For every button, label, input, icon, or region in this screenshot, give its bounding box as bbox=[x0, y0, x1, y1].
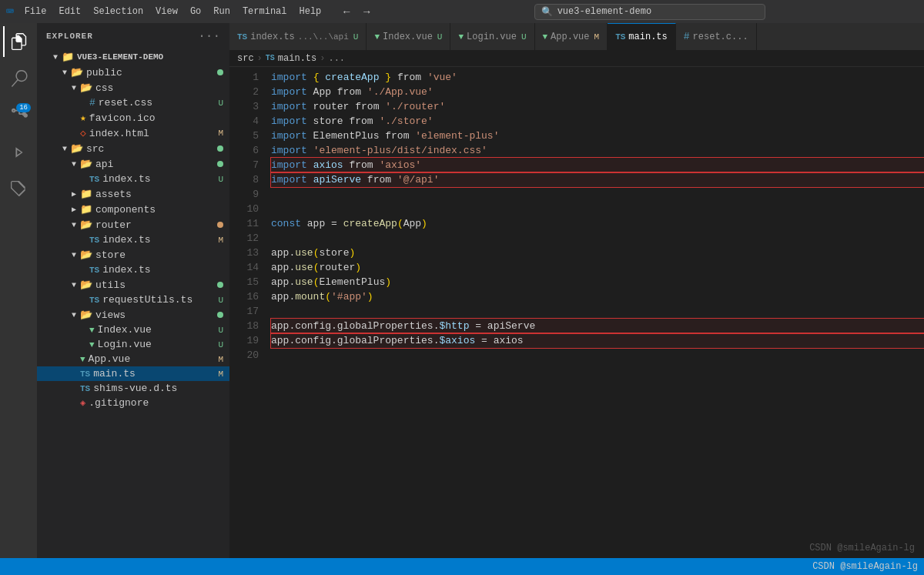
activity-source-control[interactable]: 16 bbox=[3, 100, 34, 131]
tab-ts-icon-active: TS bbox=[615, 32, 625, 42]
sidebar-item-favicon[interactable]: ★ favicon.ico bbox=[37, 110, 229, 125]
code-content: import { createApp } from 'vue' import A… bbox=[268, 67, 924, 558]
store-folder-icon: 📂 bbox=[80, 249, 92, 261]
search-icon: 🔍 bbox=[541, 6, 553, 18]
css-folder-icon: 📂 bbox=[80, 82, 92, 94]
views-arrow: ▼ bbox=[68, 311, 80, 319]
tab-vue-icon-3: ▼ bbox=[458, 32, 464, 42]
tab-index-ts-api[interactable]: TS index.ts ...\..\api U bbox=[229, 23, 367, 50]
app-vue-badge: M bbox=[218, 355, 223, 364]
breadcrumb-sep2: › bbox=[320, 53, 325, 64]
css-arrow: ▼ bbox=[68, 84, 80, 92]
activity-extensions[interactable] bbox=[3, 174, 34, 205]
sidebar-item-api[interactable]: ▼ 📂 api bbox=[37, 156, 229, 172]
menu-file[interactable]: File bbox=[20, 5, 52, 18]
tab-vue-icon-4: ▼ bbox=[543, 32, 548, 42]
sidebar-item-store[interactable]: ▼ 📂 store bbox=[37, 247, 229, 262]
code-line-6: import 'element-plus/dist/index.css' bbox=[271, 143, 924, 158]
api-arrow: ▼ bbox=[68, 160, 80, 169]
sidebar-item-main-ts[interactable]: TS main.ts M bbox=[37, 366, 229, 381]
sidebar-more-button[interactable]: ··· bbox=[198, 29, 220, 43]
tab-label-1: index.ts bbox=[250, 32, 295, 42]
activity-explorer[interactable] bbox=[3, 26, 34, 57]
sidebar-item-reset-css[interactable]: # reset.css U bbox=[37, 95, 229, 110]
forward-button[interactable]: → bbox=[358, 4, 375, 19]
ln-19: 19 bbox=[229, 333, 259, 348]
code-line-10 bbox=[271, 202, 924, 216]
code-line-4: import store from './store' bbox=[271, 114, 924, 129]
sidebar-item-request-utils[interactable]: TS requestUtils.ts U bbox=[37, 293, 229, 307]
menu-help[interactable]: Help bbox=[295, 5, 326, 18]
router-label: router bbox=[95, 219, 132, 231]
views-folder-icon: 📂 bbox=[80, 309, 92, 321]
sidebar-item-index-ts-store[interactable]: TS index.ts bbox=[37, 262, 229, 277]
editor-area: TS index.ts ...\..\api U ▼ Index.vue U ▼… bbox=[229, 23, 924, 558]
html-icon: ◇ bbox=[80, 127, 86, 139]
router-folder-icon: 📂 bbox=[80, 219, 92, 231]
sidebar-item-css[interactable]: ▼ 📂 css bbox=[37, 80, 229, 95]
sidebar-item-index-vue[interactable]: ▼ Index.vue U bbox=[37, 323, 229, 337]
sidebar-title: EXPLORER bbox=[46, 32, 93, 41]
tab-app-vue[interactable]: ▼ App.vue M bbox=[535, 23, 608, 50]
tab-badge-4: M bbox=[594, 32, 600, 42]
tab-main-ts[interactable]: TS main.ts bbox=[608, 23, 676, 50]
tab-label-4: App.vue bbox=[551, 32, 589, 42]
ln-8: 8 bbox=[229, 172, 259, 187]
code-line-15: app.use(ElementPlus) bbox=[271, 275, 924, 289]
sidebar-item-index-ts-router[interactable]: TS index.ts M bbox=[37, 232, 229, 247]
ts-store-label: index.ts bbox=[102, 264, 150, 276]
activity-run[interactable] bbox=[3, 137, 34, 168]
ts-router-label: index.ts bbox=[102, 234, 150, 246]
sidebar-item-public[interactable]: ▼ 📂 public bbox=[37, 65, 229, 80]
sidebar-item-login-vue[interactable]: ▼ Login.vue U bbox=[37, 337, 229, 352]
sidebar-item-router[interactable]: ▼ 📂 router bbox=[37, 217, 229, 232]
sidebar-item-views[interactable]: ▼ 📂 views bbox=[37, 307, 229, 323]
sidebar-item-app-vue[interactable]: ▼ App.vue M bbox=[37, 352, 229, 366]
sidebar-item-components[interactable]: ▶ 📁 components bbox=[37, 202, 229, 217]
sidebar-item-src[interactable]: ▼ 📂 src bbox=[37, 141, 229, 156]
breadcrumb-sep1: › bbox=[257, 53, 263, 64]
sidebar-item-utils[interactable]: ▼ 📂 utils bbox=[37, 277, 229, 293]
src-label: src bbox=[86, 143, 104, 155]
tab-label-3: Login.vue bbox=[467, 32, 517, 42]
sidebar-item-assets[interactable]: ▶ 📁 assets bbox=[37, 186, 229, 202]
ln-10: 10 bbox=[229, 202, 259, 216]
gitignore-label: .gitignore bbox=[89, 397, 149, 409]
src-dot bbox=[217, 145, 223, 152]
tab-reset-css[interactable]: # reset.c... bbox=[676, 23, 757, 50]
ln-7: 7 bbox=[229, 158, 259, 172]
tab-index-vue[interactable]: ▼ Index.vue U bbox=[367, 23, 450, 50]
menu-run[interactable]: Run bbox=[209, 5, 235, 18]
utils-label: utils bbox=[95, 279, 126, 291]
sidebar-item-shims[interactable]: TS shims-vue.d.ts bbox=[37, 381, 229, 396]
sidebar-item-index-html[interactable]: ◇ index.html M bbox=[37, 125, 229, 141]
tab-login-vue[interactable]: ▼ Login.vue U bbox=[450, 23, 534, 50]
breadcrumb: src › TS main.ts › ... bbox=[229, 50, 924, 67]
tabs-bar: TS index.ts ...\..\api U ▼ Index.vue U ▼… bbox=[229, 23, 924, 50]
main-ts-label: main.ts bbox=[93, 368, 136, 379]
menu-view[interactable]: View bbox=[151, 5, 182, 18]
menu-edit[interactable]: Edit bbox=[54, 5, 85, 18]
sidebar-header: EXPLORER ··· bbox=[37, 23, 229, 49]
code-line-19: app.config.globalProperties.$axios = axi… bbox=[271, 333, 924, 348]
menu-go[interactable]: Go bbox=[186, 5, 206, 18]
tab-badge-1: U bbox=[353, 32, 359, 42]
ln-2: 2 bbox=[229, 85, 259, 99]
nav-buttons: ← → bbox=[338, 4, 375, 19]
ln-1: 1 bbox=[229, 70, 259, 85]
search-wrapper[interactable]: 🔍 vue3-element-demo bbox=[534, 4, 765, 20]
sidebar-item-gitignore[interactable]: ◈ .gitignore bbox=[37, 396, 229, 410]
menu-terminal[interactable]: Terminal bbox=[238, 5, 292, 18]
main-ts-badge: M bbox=[218, 369, 223, 379]
activity-search[interactable] bbox=[3, 63, 34, 94]
tree-root[interactable]: ▼ 📁 VUE3-ELEMENT-DEMO bbox=[37, 49, 229, 65]
router-arrow: ▼ bbox=[68, 221, 80, 229]
back-button[interactable]: ← bbox=[338, 4, 355, 19]
sidebar-item-index-ts-api[interactable]: TS index.ts U bbox=[37, 172, 229, 186]
code-editor[interactable]: 1 2 3 4 5 6 7 8 9 10 11 12 13 14 15 16 1… bbox=[229, 67, 924, 558]
activity-bar: 16 bbox=[0, 23, 37, 558]
menu-selection[interactable]: Selection bbox=[89, 5, 148, 18]
views-label: views bbox=[95, 309, 126, 321]
reset-css-label: reset.css bbox=[99, 97, 152, 109]
code-line-18: app.config.globalProperties.$http = apiS… bbox=[271, 319, 924, 333]
